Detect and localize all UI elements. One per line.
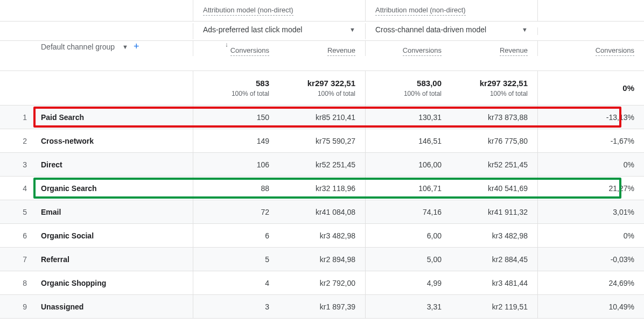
row-index: 3 — [0, 153, 32, 176]
channel-name: Cross-network — [32, 129, 193, 152]
sort-revenue-m1[interactable]: Revenue — [327, 46, 355, 56]
m1-conversions: 106 — [193, 153, 279, 176]
total-m2-conversions: 583,00 — [417, 79, 442, 88]
m2-revenue: kr40 541,69 — [451, 177, 537, 200]
m2-conversions: 6,00 — [365, 224, 451, 247]
m1-revenue: kr85 210,41 — [279, 105, 365, 129]
row-index: 5 — [0, 200, 32, 223]
table-row[interactable]: 2 Cross-network 149 kr75 590,27 146,51 k… — [0, 129, 644, 153]
row-index: 1 — [0, 105, 32, 129]
table-row[interactable]: 4 Organic Search 88 kr32 118,96 106,71 k… — [0, 177, 644, 200]
channel-name: Paid Search — [32, 105, 193, 129]
channel-name: Email — [32, 200, 193, 223]
m2-revenue: kr2 884,45 — [451, 248, 537, 271]
m2-conversions: 74,16 — [365, 200, 451, 223]
m1-revenue: kr32 118,96 — [279, 177, 365, 200]
table-row[interactable]: 3 Direct 106 kr52 251,45 106,00 kr52 251… — [0, 153, 644, 177]
model2-group-label: Attribution model (non-direct) — [375, 6, 466, 16]
table-row[interactable]: 5 Email 72 kr41 084,08 74,16 kr41 911,32… — [0, 200, 644, 224]
table-row[interactable]: 8 Organic Shopping 4 kr2 792,00 4,99 kr3… — [0, 271, 644, 295]
model2-dropdown[interactable]: Cross-channel data-driven model ▼ — [375, 23, 528, 36]
m2-revenue: kr52 251,45 — [451, 153, 537, 176]
m2-conversions: 106,71 — [365, 177, 451, 200]
row-index: 4 — [0, 177, 32, 200]
channel-name: Direct — [32, 153, 193, 176]
row-index: 8 — [0, 271, 32, 294]
row-index: 9 — [0, 295, 32, 318]
conv-pct-change: -0,03% — [537, 248, 644, 271]
channel-name: Organic Shopping — [32, 271, 193, 294]
m1-conversions: 6 — [193, 224, 279, 247]
dimension-dropdown[interactable]: Default channel group — [41, 43, 115, 51]
channel-name: Organic Social — [32, 224, 193, 247]
table-row[interactable]: 9 Unassigned 3 kr1 897,39 3,31 kr2 119,5… — [0, 295, 644, 319]
m2-revenue: kr2 119,51 — [451, 295, 537, 318]
conv-pct-change: 0% — [537, 224, 644, 247]
m1-revenue: kr1 897,39 — [279, 295, 365, 318]
m2-revenue: kr73 873,88 — [451, 105, 537, 129]
model1-label: Ads-preferred last click model — [203, 25, 302, 34]
model2-label: Cross-channel data-driven model — [375, 25, 486, 34]
m1-revenue: kr52 251,45 — [279, 153, 365, 176]
chevron-down-icon: ▼ — [349, 26, 355, 33]
header-model-row: Ads-preferred last click model ▼ Cross-c… — [0, 22, 644, 41]
m1-revenue: kr3 482,98 — [279, 224, 365, 247]
attribution-table: Attribution model (non-direct) Attributi… — [0, 0, 644, 319]
header-metrics-row: Default channel group ▼ + ↓ Conversions … — [0, 41, 644, 71]
m2-conversions: 3,31 — [365, 295, 451, 318]
table-row[interactable]: 6 Organic Social 6 kr3 482,98 6,00 kr3 4… — [0, 224, 644, 248]
m2-conversions: 146,51 — [365, 129, 451, 152]
row-index: 2 — [0, 129, 32, 152]
arrow-down-icon: ↓ — [225, 41, 228, 48]
model1-dropdown[interactable]: Ads-preferred last click model ▼ — [203, 23, 355, 36]
totals-row: 583 100% of total kr297 322,51 100% of t… — [0, 71, 644, 105]
m1-conversions: 3 — [193, 295, 279, 318]
total-m1-revenue: kr297 322,51 — [307, 79, 355, 88]
sort-conversions-m2[interactable]: Conversions — [403, 46, 442, 56]
m1-revenue: kr41 084,08 — [279, 200, 365, 223]
m1-revenue: kr2 792,00 — [279, 271, 365, 294]
m1-conversions: 5 — [193, 248, 279, 271]
m2-conversions: 4,99 — [365, 271, 451, 294]
conv-pct-change: -13,13% — [537, 105, 644, 129]
chevron-down-icon: ▼ — [122, 44, 128, 50]
total-pct: 0% — [622, 83, 634, 93]
m2-revenue: kr3 481,44 — [451, 271, 537, 294]
m2-conversions: 130,31 — [365, 105, 451, 129]
model1-group: Attribution model (non-direct) — [193, 0, 365, 21]
m1-conversions: 149 — [193, 129, 279, 152]
channel-name: Referral — [32, 248, 193, 271]
conv-pct-change: 10,49% — [537, 295, 644, 318]
m2-revenue: kr41 911,32 — [451, 200, 537, 223]
model2-group: Attribution model (non-direct) — [365, 0, 537, 21]
m1-revenue: kr75 590,27 — [279, 129, 365, 152]
add-dimension-button[interactable]: + — [134, 41, 139, 52]
conv-pct-change: -1,67% — [537, 129, 644, 152]
m1-revenue: kr2 894,98 — [279, 248, 365, 271]
table-row[interactable]: 1 Paid Search 150 kr85 210,41 130,31 kr7… — [0, 105, 644, 129]
conv-pct-change: 3,01% — [537, 200, 644, 223]
total-m2-revenue: kr297 322,51 — [480, 79, 528, 88]
m2-revenue: kr76 775,80 — [451, 129, 537, 152]
sort-conversions-m1[interactable]: ↓ Conversions — [225, 41, 269, 56]
conv-pct-change: 0% — [537, 153, 644, 176]
m1-conversions: 72 — [193, 200, 279, 223]
header-group-row: Attribution model (non-direct) Attributi… — [0, 0, 644, 22]
m2-conversions: 106,00 — [365, 153, 451, 176]
sort-revenue-m2[interactable]: Revenue — [500, 46, 528, 56]
conv-pct-change: 21,27% — [537, 177, 644, 200]
m1-conversions: 88 — [193, 177, 279, 200]
row-index: 6 — [0, 224, 32, 247]
m1-conversions: 150 — [193, 105, 279, 129]
model1-group-label: Attribution model (non-direct) — [203, 6, 293, 16]
m2-revenue: kr3 482,98 — [451, 224, 537, 247]
conv-pct-change: 24,69% — [537, 271, 644, 294]
m1-conversions: 4 — [193, 271, 279, 294]
total-m1-conversions: 583 — [256, 79, 269, 88]
table-row[interactable]: 7 Referral 5 kr2 894,98 5,00 kr2 884,45 … — [0, 248, 644, 271]
row-index: 7 — [0, 248, 32, 271]
m2-conversions: 5,00 — [365, 248, 451, 271]
channel-name: Organic Search — [32, 177, 193, 200]
chevron-down-icon: ▼ — [522, 26, 528, 33]
sort-conv-pct[interactable]: Conversions — [596, 46, 634, 56]
